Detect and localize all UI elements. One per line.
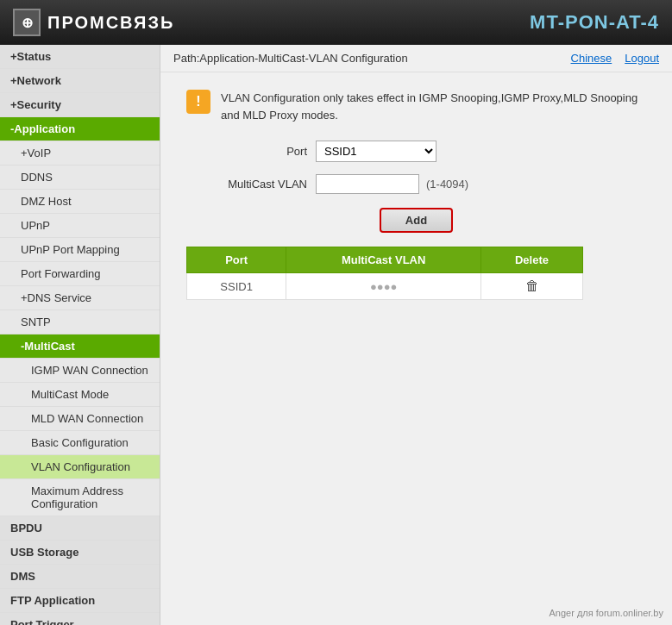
- vlan-table: Port MultiCast VLAN Delete SSID1 ●●●● 🗑: [186, 247, 583, 300]
- logo-icon: ⊕: [13, 9, 41, 36]
- warning-icon: !: [186, 90, 210, 114]
- table-cell-port: SSID1: [187, 273, 286, 300]
- sidebar-item-max-addr[interactable]: Maximum Address Configuration: [0, 479, 160, 516]
- path-bar: Path:Application-MultiCast-VLAN Configur…: [160, 45, 672, 72]
- port-row: Port SSID1: [186, 141, 646, 162]
- table-header-multicast-vlan: MultiCast VLAN: [286, 247, 481, 273]
- table-cell-delete[interactable]: 🗑: [481, 273, 583, 300]
- range-text: (1-4094): [426, 178, 468, 191]
- sidebar-item-network[interactable]: +Network: [0, 69, 160, 93]
- table-header-row: Port MultiCast VLAN Delete: [187, 247, 583, 273]
- table-header-port: Port: [187, 247, 286, 273]
- sidebar-item-status[interactable]: +Status: [0, 45, 160, 69]
- device-name: MT-PON-AT-4: [530, 11, 659, 34]
- path-text: Path:Application-MultiCast-VLAN Configur…: [173, 52, 408, 65]
- sidebar-item-application[interactable]: -Application: [0, 117, 160, 141]
- sidebar-item-upnp[interactable]: UPnP: [0, 214, 160, 238]
- sidebar-item-voip[interactable]: +VoIP: [0, 141, 160, 166]
- content-area: Path:Application-MultiCast-VLAN Configur…: [160, 45, 672, 625]
- sidebar: +Status +Network +Security -Application …: [0, 45, 160, 625]
- sidebar-item-dns[interactable]: +DNS Service: [0, 286, 160, 310]
- sidebar-item-sntp[interactable]: SNTP: [0, 310, 160, 334]
- content-body: ! VLAN Configuration only takes effect i…: [160, 72, 672, 625]
- sidebar-item-ftp[interactable]: FTP Application: [0, 589, 160, 613]
- multicast-vlan-input[interactable]: [316, 174, 419, 194]
- sidebar-item-vlan-config[interactable]: VLAN Configuration: [0, 455, 160, 479]
- sidebar-item-igmp-wan[interactable]: IGMP WAN Connection: [0, 359, 160, 383]
- add-button[interactable]: Add: [380, 208, 453, 233]
- sidebar-item-bpdu[interactable]: BPDU: [0, 516, 160, 541]
- logout-link[interactable]: Logout: [625, 52, 659, 65]
- table-header-delete: Delete: [481, 247, 583, 273]
- sidebar-item-dms[interactable]: DMS: [0, 565, 160, 589]
- multicast-vlan-label: MultiCast VLAN: [186, 178, 307, 191]
- sidebar-item-mld-wan[interactable]: MLD WAN Connection: [0, 407, 160, 431]
- delete-icon[interactable]: 🗑: [525, 278, 539, 293]
- header: ⊕ ПРОМСВЯЗЬ MT-PON-AT-4: [0, 0, 672, 45]
- logo-text: ПРОМСВЯЗЬ: [47, 13, 174, 33]
- sidebar-item-port-forwarding[interactable]: Port Forwarding: [0, 262, 160, 286]
- sidebar-item-port-trigger[interactable]: Port Trigger: [0, 613, 160, 625]
- sidebar-item-multicast-mode[interactable]: MultiCast Mode: [0, 383, 160, 407]
- warning-box: ! VLAN Configuration only takes effect i…: [186, 90, 646, 123]
- sidebar-item-multicast[interactable]: -MultiCast: [0, 334, 160, 359]
- add-btn-row: Add: [186, 208, 646, 233]
- sidebar-item-usb[interactable]: USB Storage: [0, 541, 160, 565]
- multicast-vlan-row: MultiCast VLAN (1-4094): [186, 174, 646, 194]
- sidebar-item-security[interactable]: +Security: [0, 93, 160, 117]
- table-cell-multicast-vlan: ●●●●: [286, 273, 481, 300]
- sidebar-item-dmz[interactable]: DMZ Host: [0, 190, 160, 214]
- path-links: Chinese Logout: [571, 52, 659, 65]
- sidebar-item-basic-config[interactable]: Basic Configuration: [0, 431, 160, 455]
- main-layout: +Status +Network +Security -Application …: [0, 45, 672, 625]
- footer-watermark: Anger для forum.onliner.by: [549, 608, 663, 618]
- port-select[interactable]: SSID1: [316, 141, 436, 162]
- chinese-link[interactable]: Chinese: [571, 52, 612, 65]
- table-row: SSID1 ●●●● 🗑: [187, 273, 583, 300]
- warning-text: VLAN Configuration only takes effect in …: [221, 90, 646, 123]
- sidebar-item-upnp-port[interactable]: UPnP Port Mapping: [0, 238, 160, 262]
- logo-area: ⊕ ПРОМСВЯЗЬ: [13, 9, 174, 36]
- port-label: Port: [186, 145, 307, 158]
- sidebar-item-ddns[interactable]: DDNS: [0, 166, 160, 190]
